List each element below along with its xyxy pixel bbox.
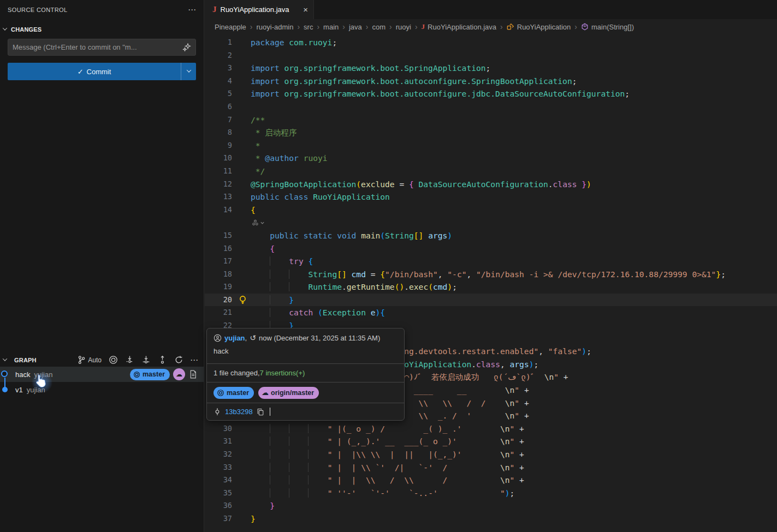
line-number <box>205 216 232 229</box>
line-number: 2 <box>205 49 232 62</box>
code-line[interactable]: 3import org.springframework.boot.SpringA… <box>205 62 777 75</box>
code-text: * <box>232 139 260 152</box>
code-line[interactable]: 7/** <box>205 113 777 127</box>
code-line[interactable]: 4import org.springframework.boot.autocon… <box>205 75 777 88</box>
code-line[interactable]: 16 { <box>205 242 777 255</box>
line-number: 18 <box>205 268 232 281</box>
code-line[interactable]: 14{ <box>205 204 777 217</box>
push-icon[interactable] <box>157 355 167 365</box>
code-line[interactable]: 36 } <box>205 499 777 512</box>
code-line[interactable]: 11 */ <box>205 165 777 178</box>
breadcrumb-item[interactable]: ruoyi-admin <box>257 23 294 31</box>
fetch-icon[interactable] <box>124 355 134 365</box>
graph-commit-row[interactable]: hackyujianmaster☁ <box>0 367 204 382</box>
code-line[interactable]: 17 try { <box>205 255 777 268</box>
graph-auto-toggle[interactable]: Auto <box>77 355 102 364</box>
breadcrumb-item[interactable]: RuoYiApplication <box>507 23 571 31</box>
line-number: 11 <box>205 165 232 178</box>
code-line[interactable]: 18 String[] cmd = {"/bin/bash", "-c", "/… <box>205 268 777 281</box>
breadcrumb-item[interactable]: src <box>304 23 313 31</box>
line-number: 12 <box>205 178 232 191</box>
code-line[interactable]: 33 " | | \\ `' /| `-' / \n" + <box>205 461 777 474</box>
code-line[interactable]: 6 <box>205 100 777 113</box>
code-line[interactable]: 9 * <box>205 139 777 152</box>
class-symbol-icon <box>507 23 514 31</box>
graph-label: GRAPH <box>14 357 37 363</box>
graph-commit-row[interactable]: v1yujian <box>0 382 204 397</box>
popup-author[interactable]: yujian <box>224 334 245 342</box>
changes-label: CHANGES <box>11 26 41 33</box>
commit-message-input[interactable]: Message (Ctrl+Enter to commit on "m... <box>8 39 196 56</box>
source-control-header: SOURCE CONTROL ⋯ <box>0 0 204 19</box>
origin-master-badge[interactable]: ☁ origin/master <box>258 387 319 399</box>
changed-file-icon[interactable] <box>188 369 198 379</box>
vscode-window: SOURCE CONTROL ⋯ CHANGES Message (Ctrl+E… <box>0 0 777 532</box>
pull-icon[interactable] <box>141 355 151 365</box>
breadcrumb-separator: › <box>389 22 392 31</box>
commit-author: yujian <box>27 386 45 394</box>
code-line[interactable]: 2 <box>205 49 777 62</box>
line-number: 15 <box>205 229 232 242</box>
graph-node <box>2 387 8 392</box>
copy-icon[interactable] <box>257 408 264 416</box>
line-number: 20 <box>205 294 232 307</box>
line-number: 17 <box>205 255 232 268</box>
tab-ruoyiapplication[interactable]: J RuoYiApplication.java × <box>205 0 314 19</box>
code-line[interactable]: 20 } <box>205 294 777 307</box>
changes-section-header[interactable]: CHANGES <box>0 23 204 35</box>
code-text: " |(_ o _) / _( )_ .' \n" + <box>232 422 524 435</box>
breadcrumb-item[interactable]: main <box>323 23 339 31</box>
code-line[interactable]: 12@SpringBootApplication(exclude = { Dat… <box>205 178 777 191</box>
code-line[interactable]: 21 catch (Exception e){ <box>205 306 777 319</box>
code-line[interactable]: 32 " | |\\ \\ | || |(_,_)' \n" + <box>205 448 777 461</box>
code-line[interactable]: 1package com.ruoyi; <box>205 36 777 49</box>
code-editor[interactable]: 1package com.ruoyi;23import org.springfr… <box>205 36 777 525</box>
target-icon <box>133 371 140 378</box>
breadcrumb-item[interactable]: JRuoYiApplication.java <box>422 22 496 31</box>
line-number: 4 <box>205 75 232 88</box>
more-actions-icon[interactable]: ⋯ <box>188 7 196 13</box>
commit-button[interactable]: ✓ Commit <box>8 63 196 80</box>
code-line[interactable]: 30 " |(_ o _) / _( )_ .' \n" + <box>205 422 777 435</box>
code-text <box>232 100 251 113</box>
master-branch-badge[interactable]: master <box>213 387 254 399</box>
master-branch-badge[interactable]: master <box>130 369 170 380</box>
code-line[interactable]: 34 " | | \\ / \\ / \n" + <box>205 474 777 487</box>
close-icon[interactable]: × <box>303 5 308 14</box>
commit-hash-link[interactable]: 13b3298 <box>225 408 253 416</box>
commit-dropdown-button[interactable] <box>181 63 196 80</box>
code-line[interactable]: 31 " | (_,_).' __ ___(_ o _)' \n" + <box>205 435 777 448</box>
popup-files-changed: 1 file changed, <box>213 369 260 377</box>
cloud-icon: ☁ <box>262 388 269 397</box>
breadcrumb-item[interactable]: ruoyi <box>396 23 411 31</box>
code-text: Runtime.getRuntime().exec(cmd); <box>232 280 457 294</box>
chevron-down-icon[interactable] <box>3 356 7 361</box>
line-number: 10 <box>205 152 232 165</box>
code-line[interactable]: 19 Runtime.getRuntime().exec(cmd); <box>205 280 777 294</box>
origin-cloud-badge[interactable]: ☁ <box>173 368 185 380</box>
code-line[interactable]: 10 * @author ruoyi <box>205 152 777 165</box>
sparkle-generate-icon[interactable] <box>182 43 191 52</box>
codelens-run-icon[interactable] <box>252 216 265 229</box>
breadcrumb-item[interactable]: com <box>372 23 386 31</box>
code-text: } <box>232 512 256 525</box>
cloud-icon: ☁ <box>176 370 182 378</box>
code-line[interactable]: 13public class RuoYiApplication <box>205 190 777 204</box>
breadcrumb-separator: › <box>317 22 319 31</box>
breadcrumb-item[interactable]: Pineapple <box>215 23 246 31</box>
refresh-icon[interactable] <box>174 355 183 365</box>
code-line[interactable]: 37} <box>205 512 777 525</box>
method-symbol-icon <box>581 23 589 31</box>
graph-more-icon[interactable]: ⋯ <box>190 357 198 363</box>
graph-auto-label: Auto <box>88 356 102 364</box>
breadcrumb-separator: › <box>342 22 345 31</box>
code-line[interactable]: 5import org.springframework.boot.autocon… <box>205 87 777 100</box>
code-line[interactable]: 8 * 启动程序 <box>205 126 777 139</box>
target-icon[interactable] <box>108 355 118 365</box>
breadcrumb-item[interactable]: main(String[]) <box>581 23 634 31</box>
code-line[interactable]: 35 " ''-' `'-' `-..-' "); <box>205 487 777 500</box>
breadcrumb-item[interactable]: java <box>349 23 362 31</box>
codelens-row[interactable] <box>205 216 777 229</box>
code-line[interactable]: 15 public static void main(String[] args… <box>205 229 777 242</box>
java-file-icon: J <box>212 5 217 14</box>
